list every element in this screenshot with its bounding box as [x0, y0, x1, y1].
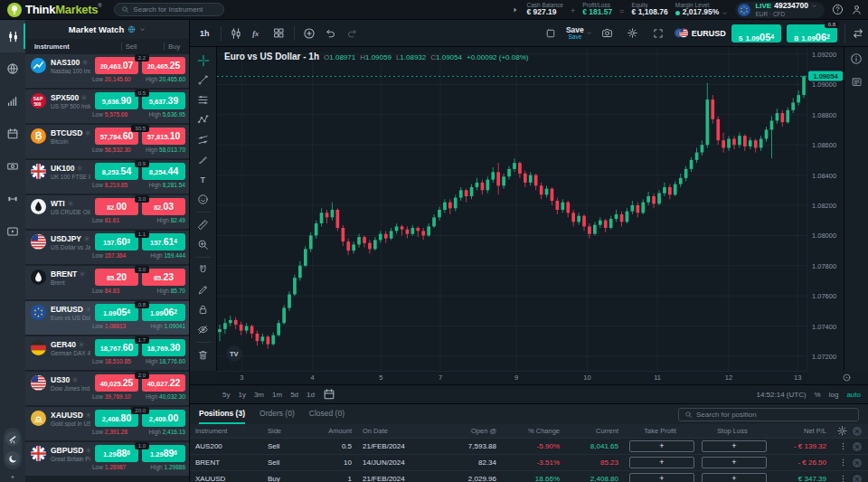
row-menu-dots-icon[interactable] [838, 441, 848, 451]
position-search-input[interactable] [696, 411, 853, 419]
news-icon[interactable] [851, 76, 863, 88]
layout-grid-icon[interactable] [269, 24, 289, 43]
crosshair-icon[interactable] [193, 51, 213, 70]
instrument-info-icon[interactable] [80, 94, 88, 101]
log-scale-button[interactable]: log [829, 391, 839, 399]
instrument-info-icon[interactable] [84, 129, 90, 137]
market-watch-header[interactable]: Market Watch [25, 20, 189, 39]
instrument-info-icon[interactable] [79, 270, 86, 278]
instrument-info-icon[interactable] [85, 411, 90, 419]
tab-orders[interactable]: Orders (0) [259, 404, 295, 424]
instrument-info-icon[interactable] [76, 165, 83, 172]
close-position-icon[interactable] [852, 474, 863, 482]
account-selector[interactable]: LIVE 49234700 EUR · CFD [735, 2, 825, 18]
range-button-5d[interactable]: 5d [290, 391, 298, 399]
nav-markets[interactable] [0, 52, 25, 85]
chart-settings-gear-icon[interactable] [623, 24, 643, 43]
tab-closed[interactable]: Closed (0) [309, 404, 344, 424]
symbol-chip[interactable]: EURUSD [674, 25, 726, 41]
instrument-row-ger40[interactable]: 1.7GER40German DAX 4...18,767.6018,769.3… [25, 336, 189, 370]
chart-plot[interactable]: Euro vs US Dollar - 1h O1.08971 H1.09059… [217, 47, 807, 371]
emoji-icon[interactable] [193, 190, 213, 209]
sell-price-button[interactable]: 85.20 [95, 269, 138, 286]
instrument-info-icon[interactable] [81, 59, 89, 66]
xabcd-pattern-icon[interactable] [193, 110, 213, 129]
add-take-profit-button[interactable]: + [629, 440, 694, 452]
instrument-row-uk100[interactable]: 0.9UK100UK 100 FTSE In...8,253.548,254.4… [25, 160, 189, 194]
sell-price-button[interactable]: 8,253.54 [95, 163, 138, 180]
percent-scale-button[interactable]: % [815, 391, 821, 399]
timeframe-button[interactable]: 1h [193, 29, 216, 38]
sell-price-button[interactable]: 40,025.25 [95, 374, 138, 392]
fib-retracement-icon[interactable] [193, 90, 213, 109]
nav-trade[interactable] [0, 20, 25, 52]
thinkmarkets-logo[interactable]: ThinkMarkets® [7, 3, 101, 17]
instrument-row-us30[interactable]: 2.0US30Dow Jones Ind...40,025.2540,027.2… [25, 372, 189, 405]
drawing-mode-icon[interactable] [193, 280, 213, 299]
instrument-row-brent[interactable]: 3.0BRENTBrent85.2085.23Low 84.83High 85.… [25, 266, 189, 299]
compare-add-icon[interactable] [299, 24, 319, 43]
panel-close-icon[interactable] [852, 426, 863, 437]
sell-button[interactable]: S 1.09054 [731, 24, 781, 43]
nav-payments[interactable] [0, 150, 25, 183]
instrument-row-nas100[interactable]: 2.2NAS100Nasdaq 100 Ind...20,463.0720,46… [25, 54, 189, 88]
forecast-icon[interactable] [193, 130, 213, 149]
instrument-row-gbpusd[interactable]: 1.0GBPUSDGreat Britain Po...1.298861.298… [25, 442, 189, 476]
range-button-1m[interactable]: 1m [272, 391, 282, 399]
instrument-info-icon[interactable] [85, 306, 90, 313]
reset-scale-icon[interactable] [842, 373, 852, 384]
search-input[interactable] [133, 5, 217, 14]
add-take-profit-button[interactable]: + [629, 473, 694, 482]
utc-clock[interactable]: 14:52:14 (UTC) [756, 391, 806, 399]
position-row-aus200[interactable]: AUS200Sell0.521/FEB/20247,593.88-5.90%8,… [190, 438, 868, 454]
brush-icon[interactable] [193, 150, 213, 169]
rail-collapse-icon[interactable] [9, 473, 16, 480]
nav-analysis[interactable] [0, 85, 25, 118]
row-menu-dots-icon[interactable] [838, 474, 848, 482]
instrument-row-eurusd[interactable]: 0.8EURUSDEuro vs US Dollar1.090541.09062… [25, 301, 189, 335]
time-axis[interactable]: 3457910111213 [217, 371, 807, 384]
go-to-date-calendar-icon[interactable] [323, 388, 335, 401]
instrument-info-icon[interactable] [67, 200, 74, 207]
nav-calendar[interactable] [0, 118, 25, 150]
instrument-info-icon[interactable] [83, 235, 90, 242]
candle-style-icon[interactable] [226, 24, 246, 43]
instrument-info-icon[interactable] [85, 447, 90, 454]
ruler-icon[interactable] [193, 215, 213, 234]
add-stop-loss-button[interactable]: + [702, 473, 767, 482]
position-row-xauusd[interactable]: XAUUSDBuy121/FEB/20242,029.9618.66%2,408… [190, 470, 868, 482]
snapshot-camera-icon[interactable] [598, 24, 618, 43]
buy-button[interactable]: 0.8 B 1.09062 [787, 24, 837, 43]
instrument-row-usdjpy[interactable]: 1.1USDJPYUS Dollar vs Ja...157.603157.61… [25, 231, 189, 264]
nav-videos[interactable] [0, 215, 25, 248]
redo-icon[interactable] [343, 24, 363, 43]
collapse-account-panel-icon[interactable] [512, 6, 519, 14]
table-settings-gear-icon[interactable] [836, 425, 848, 437]
symbol-info-icon[interactable] [850, 52, 863, 65]
undo-icon[interactable] [321, 24, 341, 43]
instrument-row-wti[interactable]: 3.0WTIUS CRUDE Oil82.0082.03Low 81.61Hig… [25, 195, 189, 229]
sell-price-button[interactable]: 1.29886 [95, 445, 138, 462]
help-icon[interactable] [832, 4, 844, 15]
range-button-1d[interactable]: 1d [307, 391, 315, 399]
instrument-row-spx500[interactable]: 0.5S&P500SPX500US SP 500 Index5,636.905,… [25, 90, 189, 123]
auto-scale-button[interactable]: auto [846, 391, 861, 399]
row-menu-dots-icon[interactable] [838, 458, 848, 468]
dark-mode-button[interactable] [5, 451, 20, 466]
close-position-icon[interactable] [852, 441, 863, 452]
sell-price-button[interactable]: 1.09054 [95, 304, 138, 321]
instrument-info-icon[interactable] [71, 376, 79, 383]
instrument-row-btcusd[interactable]: 30.5BBTCUSDBitcoin57,784.6057,815.10Low … [25, 125, 189, 158]
instrument-row-xauusd[interactable]: 20.0XAUUSDGold spot in USD2,408.802,409.… [25, 407, 189, 440]
tab-positions[interactable]: Positions (3) [199, 404, 245, 424]
sell-price-button[interactable]: 82.00 [95, 198, 138, 215]
add-stop-loss-button[interactable]: + [702, 440, 767, 452]
discover-button[interactable] [5, 431, 20, 446]
delete-drawings-icon[interactable] [193, 345, 213, 364]
sell-price-button[interactable]: 157.603 [95, 233, 138, 250]
hide-drawings-icon[interactable] [193, 320, 213, 339]
profile-icon[interactable] [851, 4, 863, 15]
lock-drawings-icon[interactable] [193, 300, 213, 319]
save-layout-button[interactable]: Save Save [566, 26, 592, 40]
close-position-icon[interactable] [852, 458, 863, 468]
